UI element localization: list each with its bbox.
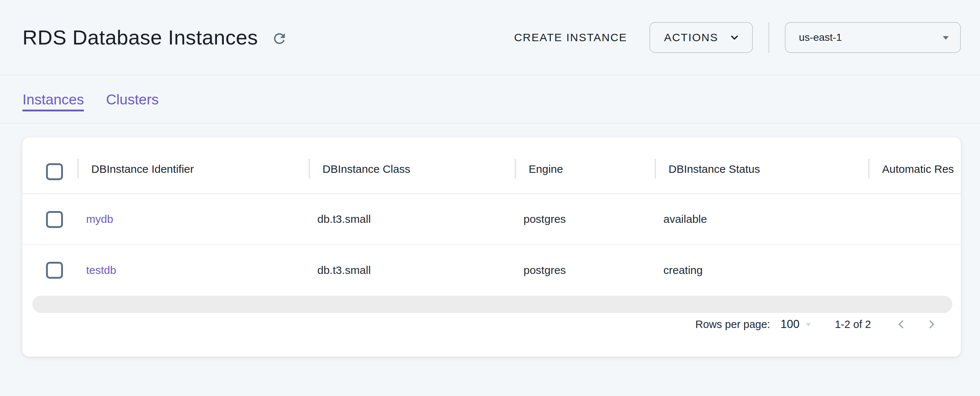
actions-button[interactable]: ACTIONS: [649, 22, 753, 53]
column-header-dbinstance-class[interactable]: DBInstance Class: [323, 144, 410, 194]
cell-engine: postgres: [523, 194, 566, 244]
cell-dbinstance-identifier[interactable]: testdb: [86, 245, 116, 296]
table-row[interactable]: testdb db.t3.small postgres creating: [22, 245, 961, 296]
tabs-bar: Instances Clusters: [0, 76, 980, 124]
row-checkbox[interactable]: [46, 211, 63, 228]
column-separator: [515, 159, 516, 179]
rows-per-page-label: Rows per page:: [695, 318, 770, 331]
chevron-left-icon: [893, 317, 908, 332]
chevron-down-icon: [728, 31, 741, 44]
tab-instances[interactable]: Instances: [22, 92, 84, 108]
rows-per-page-value: 100: [781, 318, 800, 331]
select-all-checkbox[interactable]: [46, 163, 63, 180]
cell-dbinstance-identifier[interactable]: mydb: [86, 194, 113, 244]
column-separator: [77, 159, 79, 179]
instances-table-card: DBInstance Identifier DBInstance Class E…: [22, 138, 961, 356]
chevron-right-icon: [924, 317, 940, 332]
rows-per-page-select[interactable]: 100: [781, 317, 816, 332]
triangle-down-icon: [801, 317, 816, 332]
column-header-dbinstance-identifier[interactable]: DBInstance Identifier: [91, 144, 194, 194]
column-separator: [655, 159, 656, 179]
column-header-automatic-restart[interactable]: Automatic Res: [882, 144, 954, 194]
create-instance-button[interactable]: CREATE INSTANCE: [514, 31, 627, 44]
next-page-button[interactable]: [920, 312, 944, 336]
pagination-range: 1-2 of 2: [835, 318, 871, 331]
header-divider: [768, 22, 769, 53]
rds-instances-page: RDS Database Instances CREATE INSTANCE A…: [0, 0, 980, 396]
row-checkbox[interactable]: [46, 262, 63, 279]
page-title: RDS Database Instances: [22, 25, 258, 49]
app-header: RDS Database Instances CREATE INSTANCE A…: [0, 0, 980, 75]
cell-engine: postgres: [523, 245, 566, 296]
column-header-dbinstance-status[interactable]: DBInstance Status: [668, 144, 760, 194]
region-select-value: us-east-1: [799, 32, 842, 43]
cell-dbinstance-class: db.t3.small: [317, 194, 371, 244]
cell-dbinstance-status: available: [663, 194, 707, 244]
cell-dbinstance-status: creating: [663, 245, 703, 296]
column-header-engine[interactable]: Engine: [529, 144, 563, 194]
refresh-button[interactable]: [269, 28, 290, 49]
actions-button-label: ACTIONS: [664, 31, 718, 44]
region-select[interactable]: us-east-1: [785, 22, 961, 53]
table-row[interactable]: mydb db.t3.small postgres available: [22, 194, 961, 245]
column-separator: [309, 159, 310, 179]
previous-page-button[interactable]: [889, 312, 913, 336]
triangle-down-icon: [938, 30, 953, 45]
refresh-icon: [271, 30, 288, 47]
table-header-row: DBInstance Identifier DBInstance Class E…: [22, 138, 961, 194]
pagination: Rows per page: 100 1-2 of 2: [22, 309, 961, 340]
tab-clusters[interactable]: Clusters: [106, 92, 159, 108]
column-separator: [868, 159, 870, 179]
cell-dbinstance-class: db.t3.small: [317, 245, 371, 296]
